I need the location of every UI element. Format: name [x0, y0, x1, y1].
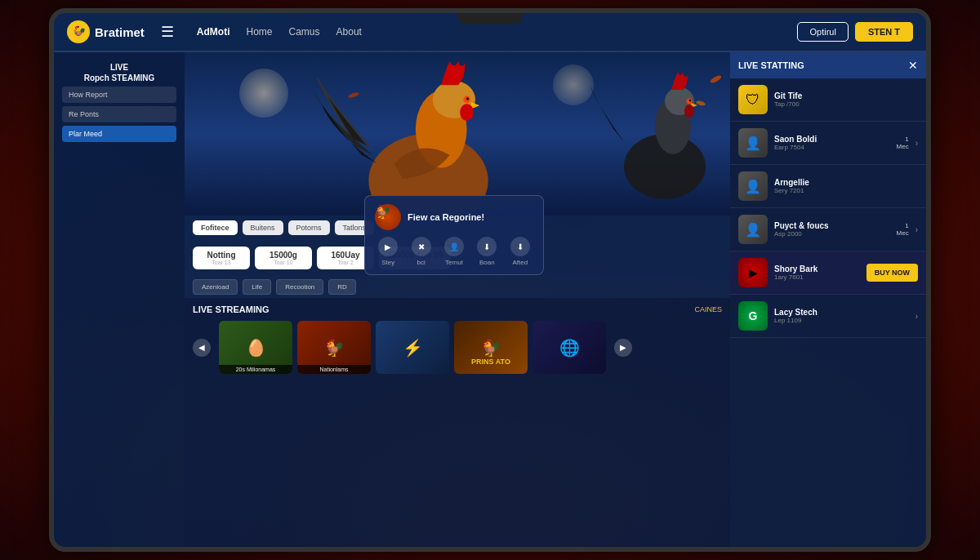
live-item-arngellie[interactable]: 👤 Arngellie Sery 7201 [730, 165, 926, 208]
live-avatar-arngellie: 👤 [738, 171, 768, 201]
boan-label: Boan [479, 259, 495, 266]
brand-name: Bratimet [95, 25, 145, 39]
section-header: LIVE STREAMING CAINES [193, 304, 722, 314]
temut-icon: 👤 [444, 237, 464, 256]
svg-point-4 [466, 97, 469, 100]
sidebar-item-plar-meed[interactable]: Plar Meed [62, 126, 176, 142]
sidebar-title: LIVE Ropch STEAMING [62, 62, 176, 83]
thumbnail-3[interactable]: ⚡ [376, 321, 449, 374]
popup-action-boan[interactable]: ⬇ Boan [477, 237, 497, 266]
popup-avatar: 🐓 [375, 204, 401, 230]
stat-sub-15000g: Toar 10 [263, 260, 304, 265]
live-info-puyct: Puyct & foucs Asp 2000 [774, 221, 890, 238]
tablet-frame: 🐓 Bratimet ☰ AdMoti Home Camus About Opt… [49, 8, 931, 552]
live-sub-puyct: Asp 2000 [774, 230, 890, 238]
thumbnail-1[interactable]: 🥚 20s Milionamas [219, 321, 292, 374]
action-life[interactable]: Life [243, 279, 271, 295]
live-item-saon[interactable]: 👤 Saon Boldi Earp 7504 1 Mec › [730, 122, 926, 165]
bcl-label: bcl [416, 259, 425, 266]
nav-links: AdMoti Home Camus About [190, 23, 788, 41]
rooster-right [583, 60, 730, 207]
live-name-git-tife: Git Tife [774, 91, 918, 100]
thumb-label-1: 20s Milionamas [219, 365, 292, 374]
popup-action-bcl[interactable]: ✖ bcl [412, 237, 431, 266]
live-sub-shory: 1ary 7601 [774, 273, 860, 281]
chevron-right-saon: › [915, 139, 918, 148]
thumb-bg-3: ⚡ [376, 321, 449, 374]
bcl-icon: ✖ [412, 237, 431, 256]
live-info-git-tife: Git Tife Tap /700 [774, 91, 918, 108]
notch [457, 13, 523, 24]
right-panel-header: LIVE STATTING ✕ [730, 52, 926, 78]
live-info-shory: Shory Bark 1ary 7601 [774, 264, 860, 281]
stat-sub-notting: Toar 13 [201, 260, 242, 265]
nav-actions: Optirul STEN T [797, 22, 913, 42]
thumb-nav-right[interactable]: ▶ [614, 339, 632, 357]
nav-link-admoti[interactable]: AdMoti [190, 23, 237, 41]
stey-label: Stey [381, 259, 394, 266]
sidebar-item-how-report[interactable]: How Report [62, 87, 176, 103]
hero-video [185, 52, 730, 216]
logo-icon: 🐓 [67, 20, 90, 43]
close-button[interactable]: ✕ [908, 59, 918, 72]
right-panel-body: 🛡 Git Tife Tap /700 👤 Saon Boldi Earp 75… [730, 78, 926, 547]
live-name-arngellie: Arngellie [774, 178, 918, 187]
live-sub-arngellie: Sery 7201 [774, 187, 918, 194]
stat-value-notting: Notting [201, 251, 242, 260]
svg-point-13 [684, 104, 694, 118]
boan-icon: ⬇ [477, 237, 497, 256]
afted-icon: ⬇ [510, 237, 530, 256]
live-avatar-git-tife: 🛡 [738, 85, 768, 114]
thumb-nav-left[interactable]: ◀ [193, 339, 211, 357]
popup-action-afted[interactable]: ⬇ Afted [510, 237, 530, 266]
filter-potorns[interactable]: Potorns [288, 220, 330, 235]
right-panel-title: LIVE STATTING [738, 60, 804, 70]
stat-value-160uay: 160Uay [325, 251, 366, 260]
live-item-shory[interactable]: ▶ Shory Bark 1ary 7601 BUY NOW [730, 251, 926, 295]
action-azenload[interactable]: Azenload [193, 279, 238, 295]
live-streaming-link[interactable]: CAINES [694, 305, 722, 313]
nav-link-home[interactable]: Home [240, 23, 279, 41]
popup-title: Fiew ca Regorine! [408, 212, 484, 222]
filter-buitens[interactable]: Buitens [243, 220, 283, 235]
popup-action-temut[interactable]: 👤 Temut [444, 237, 464, 266]
sidebar-item-re-ponts[interactable]: Re Ponts [62, 106, 176, 122]
stat-value-15000g: 15000g [263, 251, 304, 260]
live-name-lacy: Lacy Stech [774, 308, 909, 317]
left-sidebar: LIVE Ropch STEAMING How Report Re Ponts … [54, 52, 185, 547]
live-sub-git-tife: Tap /700 [774, 100, 918, 108]
live-sub-lacy: Lep 1109 [774, 317, 909, 324]
buy-now-button[interactable]: BUY NOW [866, 264, 918, 282]
live-item-git-tife[interactable]: 🛡 Git Tife Tap /700 [730, 78, 926, 122]
nav-link-camus[interactable]: Camus [283, 23, 327, 41]
live-item-puyct[interactable]: 👤 Puyct & foucs Asp 2000 1 Mec › [730, 208, 926, 251]
action-row: Azenload Life Recootion RD [185, 276, 730, 298]
svg-point-11 [687, 99, 693, 104]
stat-card-15000g: 15000g Toar 10 [255, 247, 312, 269]
thumbnail-2[interactable]: 🐓 Nationlams [297, 321, 371, 374]
svg-point-12 [689, 100, 691, 101]
live-name-saon: Saon Boldi [774, 135, 890, 144]
nav-link-about[interactable]: About [330, 23, 368, 41]
chevron-right-lacy: › [915, 312, 918, 321]
thumb-label-2: Nationlams [297, 365, 371, 374]
live-avatar-puyct: 👤 [738, 215, 768, 244]
thumbnail-4[interactable]: 🐓 PRINS ATO [454, 321, 528, 374]
popup-action-stey[interactable]: ▶ Stey [378, 237, 398, 266]
signup-button[interactable]: STEN T [855, 22, 913, 42]
live-item-lacy[interactable]: G Lacy Stech Lep 1109 › [730, 295, 926, 338]
live-sub-saon: Earp 7504 [774, 144, 890, 151]
hamburger-menu[interactable]: ☰ [154, 20, 180, 44]
action-rd[interactable]: RD [328, 279, 356, 295]
action-recootion[interactable]: Recootion [276, 279, 323, 295]
main-content: LIVE Ropch STEAMING How Report Re Ponts … [54, 52, 926, 547]
temut-label: Temut [445, 259, 463, 266]
login-button[interactable]: Optirul [797, 22, 848, 42]
live-name-shory: Shory Bark [774, 264, 860, 273]
live-meta-saon: 1 Mec [897, 136, 909, 150]
thumb-bg-5: 🌐 [532, 321, 606, 374]
afted-label: Afted [512, 259, 528, 266]
filter-fofitece[interactable]: Fofitece [193, 220, 238, 235]
thumbnail-5[interactable]: 🌐 [532, 321, 606, 374]
live-avatar-shory: ▶ [738, 258, 768, 287]
